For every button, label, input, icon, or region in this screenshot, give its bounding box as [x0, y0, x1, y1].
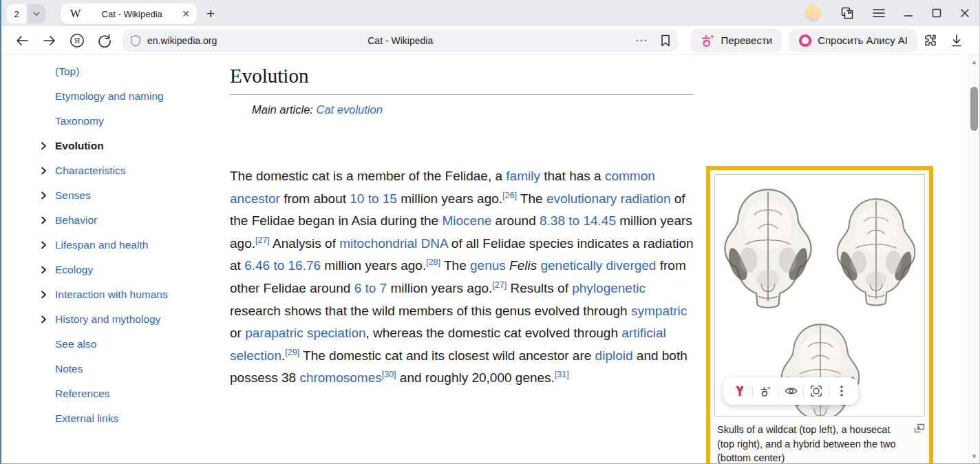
article-link[interactable]: genus	[470, 258, 506, 273]
figure-image[interactable]	[714, 174, 925, 416]
translate-button-label: Перевести	[721, 34, 772, 46]
translate-button[interactable]: Перевести	[690, 29, 782, 52]
article-content: Evolution Main article: Cat evolution	[230, 55, 933, 464]
reference-link[interactable]: [27]	[255, 235, 270, 244]
new-tab-button[interactable]: +	[206, 6, 215, 21]
article-link[interactable]: 6.46 to 16.76	[244, 258, 321, 273]
chevron-right-icon[interactable]	[39, 141, 48, 151]
reference-link[interactable]: [29]	[285, 347, 299, 357]
toc-item-history-and-mythology[interactable]: History and mythology	[41, 307, 220, 332]
more-options-icon[interactable]	[635, 39, 648, 43]
toc-item-behavior[interactable]: Behavior	[41, 208, 220, 233]
image-search-button[interactable]	[804, 377, 829, 405]
text-run: The	[440, 258, 470, 273]
chevron-down-icon	[32, 10, 41, 18]
reference-link[interactable]: [27]	[492, 280, 507, 290]
tab-close-icon[interactable]: ✕	[182, 9, 190, 19]
hatnote-link[interactable]: Cat evolution	[317, 103, 383, 116]
view-image-button[interactable]	[778, 377, 803, 405]
back-button[interactable]	[8, 35, 36, 46]
reload-button[interactable]	[91, 34, 118, 48]
reference-link[interactable]: [28]	[426, 257, 440, 267]
chevron-right-icon[interactable]	[39, 315, 48, 324]
article-link[interactable]: Miocene	[442, 213, 491, 228]
toc-item-lifespan-and-health[interactable]: Lifespan and health	[41, 233, 220, 257]
browser-window: 2 W Cat - Wikipedia ✕ +	[0, 0, 980, 464]
figure-thumbnail[interactable]: Skulls of a wildcat (top left), a housec…	[706, 166, 933, 464]
toc-item-evolution[interactable]: Evolution	[41, 134, 220, 158]
yandex-search-image-button[interactable]	[727, 377, 752, 405]
user-avatar[interactable]	[805, 5, 822, 22]
chevron-right-icon[interactable]	[39, 265, 48, 275]
page-scrollbar[interactable]: ▲ ▼	[968, 55, 979, 463]
scrollbar-thumb[interactable]	[970, 87, 978, 131]
article-link[interactable]: sympatric	[631, 304, 687, 318]
back-arrow-icon	[15, 35, 29, 46]
translate-image-button[interactable]	[753, 377, 778, 405]
toc-item-see-also[interactable]: See also	[41, 332, 220, 357]
tab-cat-wikipedia[interactable]: W Cat - Wikipedia ✕	[61, 3, 197, 24]
text-run: or	[230, 326, 245, 340]
article-link[interactable]: chromosomes	[299, 370, 381, 385]
article-link[interactable]: mitochondrial DNA	[339, 236, 447, 251]
article-link[interactable]: 8.38 to 14.45	[540, 213, 616, 228]
chevron-right-icon[interactable]	[39, 290, 48, 299]
toc-item-notes[interactable]: Notes	[41, 357, 220, 381]
article-link[interactable]: genetically diverged	[540, 258, 656, 273]
scroll-up-arrow[interactable]: ▲	[968, 56, 980, 67]
toc-item-label: Ecology	[55, 264, 93, 276]
article-link[interactable]: phylogenetic	[572, 281, 646, 295]
bookmark-icon[interactable]	[660, 34, 671, 48]
toc-item-interaction-with-humans[interactable]: Interaction with humans	[41, 282, 220, 307]
image-more-button[interactable]	[829, 377, 854, 405]
toc-item-characteristics[interactable]: Characteristics	[41, 158, 220, 183]
yandex-home-button[interactable]: Я	[63, 33, 91, 48]
tab-count-button[interactable]: 2	[7, 4, 26, 23]
text-run: million years ago.	[397, 191, 502, 206]
toc-item-label: Etymology and naming	[55, 90, 164, 103]
text-run: Analysis of	[270, 236, 339, 251]
toc-item-references[interactable]: References	[41, 381, 220, 406]
article-link[interactable]: parapatric speciation	[245, 326, 365, 340]
toc-item-etymology-and-naming[interactable]: Etymology and naming	[41, 84, 220, 109]
article-link[interactable]: family	[506, 169, 540, 183]
reference-marker: [26]	[502, 190, 517, 200]
figure-caption: Skulls of a wildcat (top left), a housec…	[714, 416, 925, 464]
toc-item-external-links[interactable]: External links	[41, 406, 220, 431]
tab-list-chevron-button[interactable]	[28, 4, 45, 23]
tab-panels-button[interactable]	[840, 6, 854, 20]
article-link[interactable]: evolutionary radiation	[546, 191, 671, 206]
toc-item-ecology[interactable]: Ecology	[41, 257, 220, 282]
browser-menu-button[interactable]	[873, 8, 885, 18]
address-bar[interactable]: en.wikipedia.org Cat - Wikipedia	[122, 30, 678, 52]
tab-panels-icon	[840, 6, 854, 20]
reference-link[interactable]: [31]	[555, 370, 569, 379]
forward-button[interactable]	[36, 35, 63, 46]
reference-marker: [28]	[426, 257, 440, 267]
chevron-right-icon[interactable]	[39, 215, 48, 225]
toc-item-taxonomy[interactable]: Taxonomy	[41, 109, 220, 134]
chevron-right-icon[interactable]	[39, 240, 48, 250]
toc-item-top[interactable]: (Top)	[41, 59, 220, 84]
toc-item-senses[interactable]: Senses	[41, 183, 220, 208]
scroll-down-arrow[interactable]: ▼	[968, 451, 980, 462]
toc-item-label: Characteristics	[55, 165, 126, 177]
text-run: The domestic cat and its closest wild an…	[299, 348, 595, 363]
chevron-right-icon[interactable]	[39, 166, 48, 176]
window-minimize-button[interactable]	[904, 8, 913, 18]
downloads-button[interactable]	[944, 34, 970, 48]
article-link[interactable]: 6 to 7	[354, 281, 387, 295]
window-maximize-button[interactable]	[932, 8, 941, 18]
ask-alice-button[interactable]: Спросить Алису AI	[789, 29, 917, 52]
reference-link[interactable]: [30]	[382, 370, 396, 379]
article-link[interactable]: 10 to 15	[350, 191, 397, 206]
extensions-button[interactable]	[917, 33, 944, 48]
window-close-button[interactable]	[960, 8, 970, 18]
text-run: that has a	[540, 169, 605, 183]
enlarge-icon[interactable]	[914, 423, 925, 433]
article-link[interactable]: diploid	[595, 348, 633, 363]
image-hover-toolbar	[723, 377, 858, 405]
reference-link[interactable]: [26]	[502, 190, 517, 200]
text-run: and roughly 20,000 genes.	[396, 370, 555, 385]
chevron-right-icon[interactable]	[39, 191, 48, 200]
